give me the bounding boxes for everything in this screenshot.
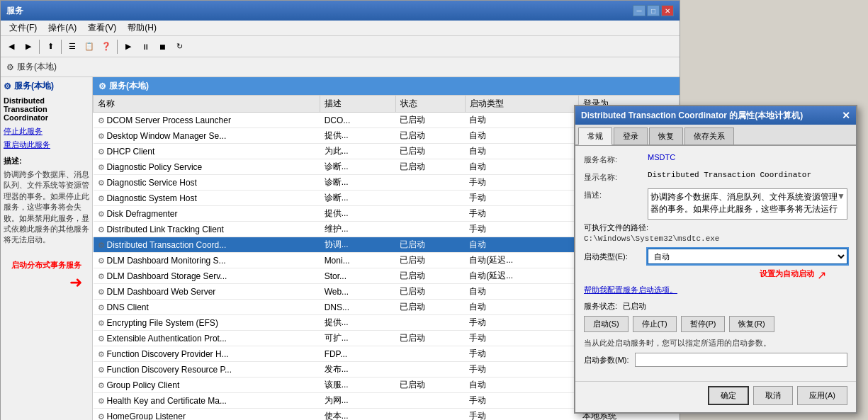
tab-general[interactable]: 常规 <box>578 127 612 145</box>
service-cell <box>395 393 465 409</box>
service-name-value: MSDTC <box>648 153 847 161</box>
service-name-cell: ⚙DCOM Server Process Launcher <box>94 113 320 128</box>
menu-help[interactable]: 帮助(H) <box>122 21 162 35</box>
service-name-cell: ⚙Disk Defragmenter <box>94 206 320 222</box>
tab-recover[interactable]: 恢复 <box>649 127 683 144</box>
gear-icon: ⚙ <box>98 288 105 296</box>
menu-action[interactable]: 操作(A) <box>43 21 82 35</box>
gear-icon: ⚙ <box>98 334 105 343</box>
service-cell: 自动 <box>465 113 578 128</box>
params-label: 启动参数(M): <box>584 355 629 365</box>
toolbar: ◀ ▶ ⬆ ☰ 📋 ❓ ▶ ⏸ ⏹ ↻ <box>1 36 680 57</box>
startup-type-label: 启动类型(E): <box>584 251 648 262</box>
service-cell: 手动 <box>465 331 578 346</box>
service-cell: 提供... <box>320 315 396 331</box>
sidebar-panel-title: ⚙ 服务(本地) <box>4 80 89 92</box>
service-name-cell: ⚙Encrypting File System (EFS) <box>94 315 320 331</box>
gear-icon: ⚙ <box>98 241 105 249</box>
properties-dialog: Distributed Transaction Coordinator 的属性(… <box>574 105 857 414</box>
col-desc[interactable]: 描述 <box>320 96 396 113</box>
col-name[interactable]: 名称 <box>94 96 320 113</box>
service-cell <box>395 222 465 237</box>
breadcrumb-bar: ⚙ 服务(本地) <box>1 57 680 77</box>
service-cell: 手动 <box>465 362 578 378</box>
service-cell: 手动 <box>465 222 578 237</box>
pause-button[interactable]: 暂停(P) <box>681 316 726 332</box>
dialog-close-button[interactable]: ✕ <box>842 110 850 121</box>
apply-button[interactable]: 应用(A) <box>797 386 847 405</box>
back-button[interactable]: ◀ <box>4 39 19 55</box>
start-button[interactable]: 启动(S) <box>584 316 629 332</box>
toolbar-sep-3 <box>117 40 118 54</box>
title-bar: 服务 ─ □ ✕ <box>1 1 680 21</box>
window-title: 服务 <box>6 5 23 17</box>
service-cell: 自动(延迟... <box>465 253 578 268</box>
service-name-cell: ⚙Desktop Window Manager Se... <box>94 128 320 144</box>
dialog-content: 服务名称: MSDTC 显示名称: Distributed Transactio… <box>575 146 856 378</box>
service-cell: 手动 <box>465 206 578 222</box>
help-button[interactable]: ❓ <box>98 39 114 55</box>
stop-button[interactable]: ⏹ <box>154 39 170 55</box>
params-input[interactable] <box>635 353 847 367</box>
service-action-buttons: 启动(S) 停止(T) 暂停(P) 恢复(R) <box>584 316 847 332</box>
play-button[interactable]: ▶ <box>120 39 136 55</box>
annotation-area: 启动分布式事务服务 ➜ <box>4 260 89 292</box>
minimize-button[interactable]: ─ <box>633 5 646 16</box>
ok-button[interactable]: 确定 <box>708 386 749 405</box>
forward-button[interactable]: ▶ <box>21 39 36 55</box>
service-status-row: 服务状态: 已启动 <box>584 301 847 312</box>
resume-button[interactable]: 恢复(R) <box>729 316 774 332</box>
service-cell <box>395 191 465 206</box>
gear-icon: ⚙ <box>98 350 105 358</box>
gear-icon: ⚙ <box>98 272 105 280</box>
service-cell: 自动 <box>465 300 578 315</box>
close-button[interactable]: ✕ <box>661 5 674 16</box>
service-cell: 提供... <box>320 128 396 144</box>
gear-icon: ⚙ <box>98 412 105 421</box>
service-name-cell: ⚙Group Policy Client <box>94 378 320 393</box>
service-cell: 自动 <box>465 378 578 393</box>
stop-service-link[interactable]: 停止此服务 <box>4 126 89 137</box>
tab-dependencies[interactable]: 依存关系 <box>684 127 734 144</box>
service-name-cell: ⚙Diagnostic Service Host <box>94 175 320 191</box>
service-cell: FDP... <box>320 346 396 362</box>
pause-button[interactable]: ⏸ <box>137 39 153 55</box>
stop-button[interactable]: 停止(T) <box>633 316 677 332</box>
gear-icon: ⚙ <box>98 397 105 405</box>
desc-scroll[interactable]: ▼ <box>837 191 845 203</box>
maximize-button[interactable]: □ <box>647 5 660 16</box>
restart-service-link[interactable]: 重启动此服务 <box>4 140 89 150</box>
service-cell: 手动 <box>465 346 578 362</box>
service-cell: 可扩... <box>320 331 396 346</box>
gear-icon: ⚙ <box>98 194 105 203</box>
service-cell <box>395 206 465 222</box>
params-row: 启动参数(M): <box>584 353 847 367</box>
annotation-text: 启动分布式事务服务 <box>4 260 89 271</box>
col-status[interactable]: 状态 <box>395 96 465 113</box>
filepath-label: 可执行文件的路径: <box>584 222 847 233</box>
restart-button[interactable]: ↻ <box>171 39 187 55</box>
cancel-button[interactable]: 取消 <box>753 386 793 405</box>
sidebar-description: 协调跨多个数据库、消息队列、文件系统等资源管理器的事务。如果停止此服务，这些事务… <box>4 169 89 246</box>
menu-view[interactable]: 查看(V) <box>82 21 122 35</box>
tab-login[interactable]: 登录 <box>614 127 648 144</box>
service-name-cell: ⚙Distributed Link Tracking Client <box>94 222 320 237</box>
col-startup[interactable]: 启动类型 <box>465 96 578 113</box>
export-button[interactable]: 📋 <box>81 39 97 55</box>
arrow-icon: ➜ <box>4 273 82 292</box>
service-cell: 已启动 <box>395 253 465 268</box>
menu-file[interactable]: 文件(F) <box>4 21 43 35</box>
service-cell: Moni... <box>320 253 396 268</box>
service-cell: 已启动 <box>395 300 465 315</box>
service-name-cell: ⚙DLM Dashboard Web Server <box>94 284 320 300</box>
up-button[interactable]: ⬆ <box>43 39 58 55</box>
help-configure-link[interactable]: 帮助我配置服务启动选项。 <box>584 285 847 295</box>
service-cell: 该服... <box>320 378 396 393</box>
service-cell: 手动 <box>465 409 578 421</box>
show-hide-button[interactable]: ☰ <box>64 39 80 55</box>
service-cell: Stor... <box>320 268 396 284</box>
breadcrumb-left: ⚙ 服务(本地) <box>6 61 57 73</box>
service-cell: DNS... <box>320 300 396 315</box>
startup-type-select[interactable]: 自动 手动 禁用 自动(延迟启动) <box>648 249 847 264</box>
service-name-cell: ⚙DHCP Client <box>94 144 320 159</box>
